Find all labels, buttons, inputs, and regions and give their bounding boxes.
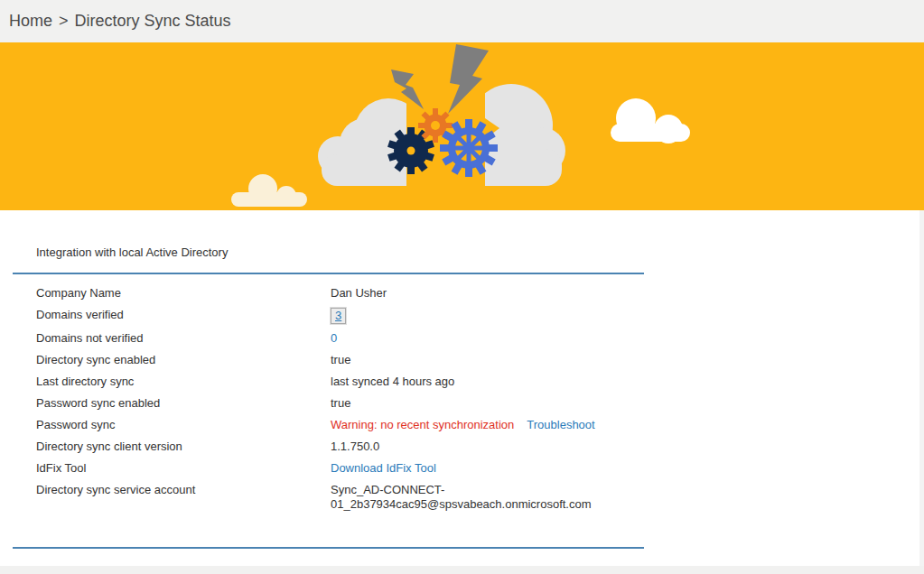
row-value: 0	[331, 331, 337, 346]
row-label: Domains not verified	[36, 331, 331, 346]
table-row: Password syncWarning: no recent synchron…	[0, 418, 919, 432]
bottom-divider	[13, 547, 644, 549]
directory-sync-banner	[0, 42, 924, 210]
gear-orange-hole	[431, 121, 440, 130]
breadcrumb-home-link[interactable]: Home	[9, 12, 52, 31]
row-label: Directory sync enabled	[36, 353, 331, 367]
cloud-white-icon	[611, 98, 690, 144]
value-text: true	[331, 396, 350, 410]
row-label: Company Name	[36, 286, 331, 301]
breadcrumb-current-page: Directory Sync Status	[75, 12, 231, 31]
row-value: true	[331, 396, 350, 411]
value-text: Dan Usher	[331, 286, 387, 300]
row-label: Password sync	[36, 418, 331, 432]
value-link[interactable]: 3	[331, 308, 346, 324]
status-table: Company NameDan UsherDomains verified3Do…	[0, 286, 919, 512]
table-row: IdFix ToolDownload IdFix Tool	[0, 461, 919, 476]
gear-navy-hub	[407, 147, 415, 155]
table-row: Domains not verified0	[0, 331, 919, 346]
sync-status-panel: Integration with local Active Directory …	[0, 210, 924, 566]
breadcrumb-separator: >	[59, 12, 69, 31]
row-label: Last directory sync	[36, 375, 331, 389]
table-row: Company NameDan Usher	[0, 286, 919, 301]
row-label: Domains verified	[36, 308, 331, 322]
table-row: Directory sync client version1.1.750.0	[0, 440, 919, 454]
table-row: Directory sync service accountSync_AD-CO…	[0, 483, 919, 512]
row-label: Directory sync client version	[36, 440, 331, 454]
table-row: Last directory synclast synced 4 hours a…	[0, 375, 919, 389]
row-value: 1.1.750.0	[331, 440, 379, 454]
value-link[interactable]: Troubleshoot	[527, 418, 594, 431]
table-row: Domains verified3	[0, 308, 919, 324]
cloud-cream-icon	[231, 174, 307, 207]
row-label: Password sync enabled	[36, 396, 331, 411]
value-link[interactable]: Download IdFix Tool	[331, 461, 436, 475]
value-text: true	[331, 353, 350, 366]
table-row: Directory sync enabledtrue	[0, 353, 919, 367]
row-value: Download IdFix Tool	[331, 461, 436, 476]
row-label: Directory sync service account	[36, 483, 331, 497]
lightning-large-icon	[448, 44, 489, 114]
value-text: last synced 4 hours ago	[331, 375, 454, 388]
section-heading: Integration with local Active Directory	[0, 210, 919, 259]
top-divider	[13, 273, 644, 274]
row-value: last synced 4 hours ago	[331, 375, 454, 389]
value-link[interactable]: 0	[331, 331, 337, 345]
value-text: 1.1.750.0	[331, 440, 379, 453]
sync-illustration	[0, 42, 924, 210]
row-value: Dan Usher	[331, 286, 387, 301]
warning-text: Warning: no recent synchronization	[331, 418, 514, 431]
table-row: Password sync enabledtrue	[0, 396, 919, 411]
row-label: IdFix Tool	[36, 461, 331, 476]
breadcrumb: Home > Directory Sync Status	[0, 0, 924, 42]
row-value: true	[331, 353, 350, 367]
row-value: Warning: no recent synchronizationTroubl…	[331, 418, 595, 432]
row-value: 3	[331, 308, 346, 324]
value-text: Sync_AD-CONNECT-01_2b37934cac95@spsvabea…	[331, 483, 592, 511]
row-value: Sync_AD-CONNECT-01_2b37934cac95@spsvabea…	[331, 483, 620, 512]
